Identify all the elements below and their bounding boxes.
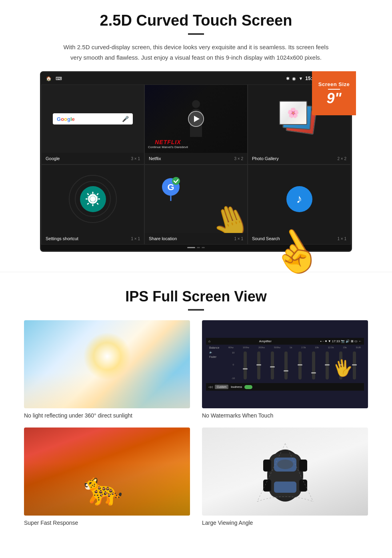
play-triangle [194, 116, 200, 122]
wifi-icon: ▼ [298, 76, 303, 81]
status-bar-left: 🏠 ⌨ [46, 76, 62, 81]
badge-title: Screen Size [318, 81, 350, 87]
svg-rect-6 [87, 193, 89, 195]
google-app-cell[interactable]: Google 🎤 Google 3 × 1 [41, 84, 144, 165]
slider-3[interactable] [271, 351, 274, 379]
car-caption: Large Viewing Angle [202, 519, 368, 527]
hand-touch-icon: 🖐 [331, 357, 354, 379]
amp-toggle[interactable] [244, 385, 252, 389]
slider-handle-7 [325, 364, 330, 365]
slider-handle-9 [352, 364, 357, 365]
svg-rect-2 [92, 192, 94, 194]
dot-3 [202, 247, 205, 248]
svg-rect-9 [96, 193, 99, 195]
svg-rect-18 [263, 460, 271, 472]
gallery-app-label: Photo Gallery 2 × 2 [248, 153, 350, 164]
slider-handle-5 [298, 364, 302, 365]
slider-handle-6 [311, 372, 316, 373]
netflix-play-button[interactable] [188, 111, 204, 127]
amp-title: Amplifier [259, 339, 272, 343]
app-grid-row1: Google 🎤 Google 3 × 1 [41, 84, 351, 165]
amp-footer: ◁◁ Custom loudness [206, 383, 364, 391]
amp-fader-label: Fader [209, 355, 225, 358]
light-gradient [24, 373, 190, 408]
home-icon: 🏠 [46, 76, 52, 81]
slider-handle-2 [256, 364, 261, 365]
sunlight-bg [24, 320, 190, 408]
amp-icons: ▪ ·· ♥ ▼ 17:33 📷 🔊 ⊠ ▭ ← [320, 339, 362, 343]
svg-rect-17 [274, 482, 296, 493]
settings-widget [42, 165, 144, 233]
amp-home: ⌂ [208, 339, 210, 343]
usb-icon: ⌨ [56, 76, 62, 81]
google-maps-icon: G [161, 177, 181, 201]
share-location-app-cell[interactable]: G 🤚 Share locat [144, 165, 248, 245]
photo-card-3: 🌸 [279, 101, 307, 125]
g-red: o [61, 116, 64, 122]
device-screen: 🏠 ⌨ ✱ ◉ ▼ 15:06 ⬜ 🔊 ⊠ ▭ [40, 71, 352, 252]
mic-icon: 🎤 [122, 116, 129, 122]
amp-bg: ⌂ Amplifier ▪ ·· ♥ ▼ 17:33 📷 🔊 ⊠ ▭ ← Bal… [202, 320, 368, 408]
google-widget: Google 🎤 [42, 85, 144, 153]
share-location-grid: 1 × 1 [234, 237, 243, 241]
pagination-dots [41, 245, 351, 251]
title-underline [188, 33, 204, 35]
amplifier-image: ⌂ Amplifier ▪ ·· ♥ ▼ 17:33 📷 🔊 ⊠ ▭ ← Bal… [202, 320, 368, 408]
google-logo: Google [57, 116, 75, 122]
sound-search-name: Sound Search [252, 236, 280, 241]
sound-widget: ♪ [248, 165, 350, 233]
netflix-grid: 3 × 2 [234, 157, 243, 161]
amp-labels: Balance 🔈 Fader [209, 346, 225, 358]
sound-circle: ♪ [286, 186, 312, 212]
car-image [202, 428, 368, 516]
eq-freq-labels: 60hz100hz200hz500hz1k2.5k10k12.5k15kSUB [228, 346, 361, 349]
google-app-label: Google 3 × 1 [42, 153, 144, 164]
sound-search-app-cell[interactable]: ♪ Sound Search 1 × 1 [248, 165, 351, 245]
settings-icon-circle [80, 186, 106, 212]
maps-svg: G [161, 177, 181, 201]
gear-icon [85, 191, 101, 207]
cheetah-image: 🐆 [24, 428, 190, 516]
slider-7[interactable] [326, 351, 329, 379]
music-note-icon: ♪ [296, 192, 302, 206]
svg-point-1 [90, 196, 96, 202]
bluetooth-icon: ✱ [286, 76, 290, 81]
amp-custom-button[interactable]: Custom [215, 385, 228, 389]
g-yellow: o [64, 116, 67, 122]
settings-app-content [42, 165, 144, 233]
section2-title: IPS Full Screen View [24, 288, 368, 305]
netflix-logo-text: NETFLIX [148, 139, 188, 145]
feature-grid: No light reflecting under 360° direct su… [24, 320, 368, 527]
sunlight-image [24, 320, 190, 408]
settings-app-cell[interactable]: Settings shortcut 1 × 1 [41, 165, 144, 245]
slider-handle-1 [243, 368, 248, 369]
screen-size-badge: Screen Size 9" [312, 71, 356, 115]
sunlight-caption: No light reflecting under 360° direct su… [24, 411, 190, 420]
google-app-content: Google 🎤 [42, 85, 144, 153]
svg-rect-8 [87, 203, 89, 205]
share-location-content: G 🤚 [145, 165, 247, 233]
slider-2[interactable] [257, 351, 260, 379]
g-red2: e [72, 116, 75, 122]
feature-car: Large Viewing Angle [202, 428, 368, 527]
slider-4[interactable] [284, 351, 288, 379]
google-grid: 3 × 1 [131, 157, 140, 161]
netflix-app-cell[interactable]: NETFLIX Continue Marvel's Daredevil Netf… [144, 84, 248, 165]
hand-icon: 🤚 [206, 198, 247, 233]
cheetah-bg: 🐆 [24, 428, 190, 516]
slider-1[interactable] [244, 351, 247, 379]
google-search-bar[interactable]: Google 🎤 [53, 113, 133, 124]
netflix-app-label: Netflix 3 × 2 [145, 153, 247, 164]
sound-search-label: Sound Search 1 × 1 [248, 233, 350, 244]
slider-6[interactable] [312, 351, 315, 379]
location-icon: ◉ [292, 76, 296, 81]
svg-rect-3 [92, 204, 94, 206]
app-grid-row2: Settings shortcut 1 × 1 G [41, 165, 351, 245]
google-name: Google [46, 156, 60, 161]
amp-header: ⌂ Amplifier ▪ ·· ♥ ▼ 17:33 📷 🔊 ⊠ ▭ ← [206, 338, 364, 345]
feature-cheetah: 🐆 Super Fast Response [24, 428, 190, 527]
device-mockup: Screen Size 9" 🏠 ⌨ ✱ ◉ ▼ 15:06 ⬜ 🔊 ⊠ [40, 71, 352, 252]
amp-eq-area: 60hz100hz200hz500hz1k2.5k10k12.5k15kSUB … [228, 346, 361, 381]
slider-5[interactable] [298, 351, 302, 379]
car-top-view-svg [249, 436, 321, 508]
